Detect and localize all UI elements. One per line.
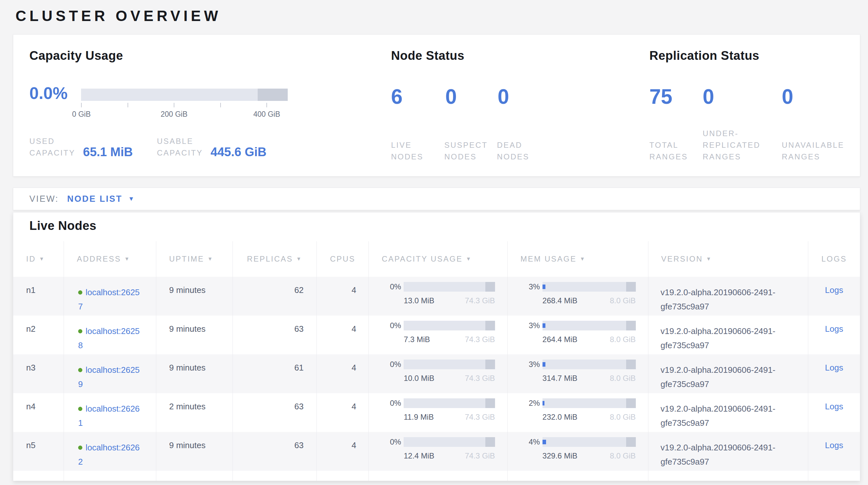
node-id: n1 — [13, 277, 64, 316]
column-header-id[interactable]: ID▼ — [13, 241, 64, 277]
view-label: VIEW: — [29, 194, 59, 204]
mem-percent: 2% — [517, 399, 540, 408]
total-ranges-label: TOTAL RANGES — [649, 139, 711, 163]
table-row: n3 localhost:26259 9 minutes 61 4 0% 10.… — [13, 354, 860, 393]
column-header-mem-usage[interactable]: MEM USAGE▼ — [507, 241, 648, 277]
node-version: v19.2.0-alpha.20190606-2491-gfe735c9a97 — [648, 393, 809, 432]
node-id: n3 — [13, 354, 64, 393]
unavailable-ranges-label: UNAVAILABLE RANGES — [782, 139, 843, 163]
node-capacity-usage-cell: 0% 12.4 MiB74.3 GiB — [369, 432, 507, 471]
node-id: n4 — [13, 393, 64, 432]
table-row: n1 localhost:26257 9 minutes 62 4 0% 13.… — [13, 277, 860, 316]
capacity-usage-title: Capacity Usage — [29, 49, 123, 63]
column-header-version[interactable]: VERSION▼ — [648, 241, 809, 277]
node-address-link[interactable]: localhost:26262 — [78, 443, 140, 466]
node-mem-usage-cell: 4% 329.6 MiB8.0 GiB — [507, 432, 648, 471]
logs-link[interactable]: Logs — [825, 324, 843, 334]
node-id: n5 — [13, 432, 64, 471]
usable-capacity-value: 445.6 GiB — [211, 146, 267, 158]
capacity-total: 74.3 GiB — [465, 335, 495, 344]
table-header-row: ID▼ ADDRESS▼ UPTIME▼ REPLICAS▼ CPUS CAPA… — [13, 241, 860, 277]
capacity-bar — [404, 321, 495, 331]
mem-used: 329.6 MiB — [542, 451, 578, 460]
used-capacity-value: 65.1 MiB — [83, 146, 133, 158]
mem-used: 314.7 MiB — [542, 374, 578, 383]
node-uptime: 9 minutes — [156, 277, 233, 316]
column-header-logs: LOGS — [808, 241, 860, 277]
summary-panel: Capacity Usage 0.0% 0 GiB 200 GiB 400 Gi… — [13, 34, 860, 176]
node-address-link[interactable]: localhost:26257 — [78, 287, 140, 311]
column-header-address[interactable]: ADDRESS▼ — [64, 241, 156, 277]
axis-tick — [267, 103, 267, 107]
node-address-cell: localhost:26261 — [64, 393, 156, 432]
logs-link[interactable]: Logs — [825, 440, 843, 450]
table-row: n5 localhost:26262 9 minutes 63 4 0% 12.… — [13, 432, 860, 471]
node-version: v19.2.0-alpha.20190606-2491-gfe735c9a97 — [648, 432, 809, 471]
node-live-dot-icon — [78, 368, 82, 372]
node-address-link[interactable]: localhost:26261 — [78, 404, 140, 428]
replication-status-title: Replication Status — [649, 49, 760, 63]
view-dropdown-value[interactable]: NODE LIST — [67, 194, 122, 204]
mem-total: 8.0 GiB — [610, 451, 636, 460]
mem-total: 8.0 GiB — [610, 296, 636, 305]
sort-arrow-icon: ▼ — [580, 256, 586, 262]
node-cpus: 4 — [317, 432, 369, 471]
capacity-percent: 0% — [378, 282, 401, 291]
cluster-overview-page: CLUSTER OVERVIEW Capacity Usage 0.0% 0 G… — [0, 0, 868, 485]
unavailable-ranges-count: 0 — [782, 86, 794, 107]
node-replicas: 62 — [233, 277, 317, 316]
capacity-bar-end-cap — [258, 89, 288, 101]
node-address-cell: localhost:26258 — [64, 316, 156, 354]
capacity-total: 74.3 GiB — [465, 451, 495, 460]
node-version: v19.2.0-alpha.20190606-2491-gfe735c9a97 — [648, 277, 809, 316]
node-uptime: 9 minutes — [156, 432, 233, 471]
view-dropdown[interactable]: NODE LIST ▼ — [67, 194, 134, 204]
capacity-used: 10.0 MiB — [404, 374, 434, 383]
total-ranges-count: 75 — [649, 86, 672, 107]
capacity-usage-section: Capacity Usage 0.0% 0 GiB 200 GiB 400 Gi… — [29, 35, 378, 176]
capacity-used-percent: 0.0% — [29, 85, 68, 102]
capacity-total: 74.3 GiB — [465, 296, 495, 305]
usable-capacity-label: USABLE CAPACITY — [157, 136, 206, 159]
node-status-title: Node Status — [391, 49, 464, 63]
node-live-dot-icon — [78, 446, 82, 450]
mem-total: 8.0 GiB — [610, 374, 636, 383]
node-address-cell: localhost:26257 — [64, 277, 156, 316]
capacity-usage-axis: 0 GiB 200 GiB 400 GiB — [81, 102, 288, 121]
axis-tick-label: 400 GiB — [253, 110, 280, 119]
node-replicas: 63 — [233, 432, 317, 471]
capacity-percent: 0% — [378, 321, 401, 330]
node-live-dot-icon — [78, 290, 82, 294]
capacity-used: 13.0 MiB — [404, 296, 434, 305]
node-address-link[interactable]: localhost:26259 — [78, 365, 140, 389]
mem-total: 8.0 GiB — [610, 412, 636, 422]
capacity-used: 11.9 MiB — [404, 412, 434, 422]
mem-used: 232.0 MiB — [542, 412, 578, 422]
chevron-down-icon[interactable]: ▼ — [128, 195, 134, 202]
column-header-capacity-usage[interactable]: CAPACITY USAGE▼ — [369, 241, 507, 277]
column-header-uptime[interactable]: UPTIME▼ — [156, 241, 233, 277]
node-live-dot-icon — [78, 407, 82, 411]
node-capacity-usage-cell: 0% 10.0 MiB74.3 GiB — [369, 354, 507, 393]
node-cpus: 4 — [317, 277, 369, 316]
mem-bar — [542, 360, 636, 369]
logs-link[interactable]: Logs — [825, 285, 843, 295]
node-address-link[interactable]: localhost:26258 — [78, 326, 140, 350]
node-logs-cell: Logs — [808, 354, 860, 393]
node-replicas: 63 — [233, 393, 317, 432]
logs-link[interactable]: Logs — [825, 402, 843, 411]
capacity-used: 12.4 MiB — [404, 451, 434, 460]
sort-arrow-icon: ▼ — [706, 256, 712, 262]
node-capacity-usage-cell: 0% 13.0 MiB74.3 GiB — [369, 277, 507, 316]
node-uptime: 9 minutes — [156, 316, 233, 354]
capacity-bar — [404, 360, 495, 369]
mem-bar — [542, 282, 636, 292]
mem-percent: 3% — [517, 282, 540, 291]
column-header-cpus: CPUS — [317, 241, 369, 277]
column-header-replicas[interactable]: REPLICAS▼ — [233, 241, 317, 277]
sort-arrow-icon: ▼ — [39, 256, 45, 262]
node-cpus: 4 — [317, 316, 369, 354]
node-logs-cell: Logs — [808, 393, 860, 432]
suspect-nodes-count: 0 — [445, 86, 457, 107]
logs-link[interactable]: Logs — [825, 363, 843, 372]
